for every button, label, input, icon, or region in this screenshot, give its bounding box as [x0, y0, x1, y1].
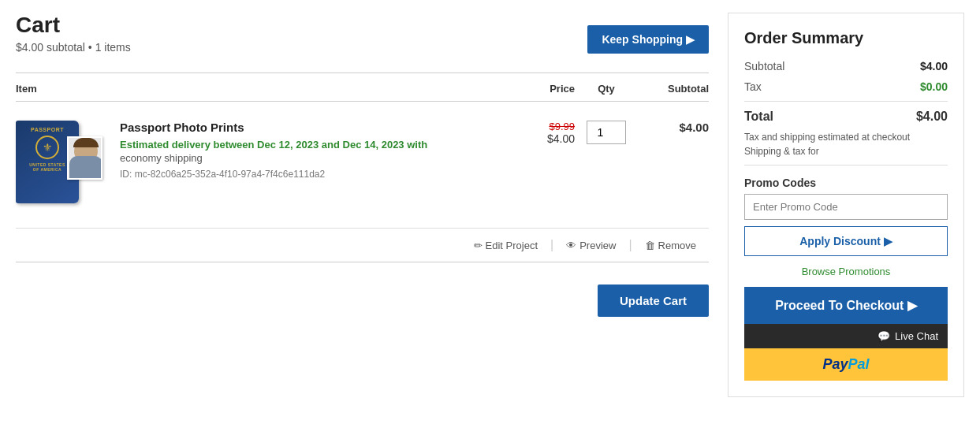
total-label: Total: [744, 110, 773, 124]
pencil-icon: ✏: [474, 240, 483, 251]
live-chat-bar[interactable]: 💬 Live Chat: [744, 324, 948, 348]
page-title: Cart: [16, 13, 131, 38]
column-header-subtotal: Subtotal: [638, 83, 709, 95]
live-chat-label: Live Chat: [895, 330, 938, 342]
item-name: Passport Photo Prints: [120, 121, 494, 134]
browse-promotions-link[interactable]: Browse Promotions: [744, 266, 948, 277]
total-row: Total $4.00: [744, 110, 948, 124]
cart-subtitle: $4.00 subtotal • 1 items: [16, 41, 131, 54]
trash-icon: 🗑: [645, 240, 655, 251]
remove-label: Remove: [658, 240, 696, 251]
total-value: $4.00: [916, 110, 948, 124]
apply-discount-button[interactable]: Apply Discount ▶: [744, 226, 948, 256]
paypal-logo: PayPal: [822, 356, 869, 372]
item-actions: ✏ Edit Project | 👁 Preview | 🗑 Remove: [16, 229, 709, 255]
tax-value: $0.00: [920, 80, 948, 93]
item-subtotal: $4.00: [638, 121, 709, 134]
remove-button[interactable]: 🗑 Remove: [632, 240, 709, 251]
item-image: PASSPORT ⚜ UNITED STATESOF AMERICA: [16, 121, 110, 215]
tax-note-2: Shipping & tax for: [744, 146, 948, 157]
edit-project-button[interactable]: ✏ Edit Project: [461, 240, 550, 251]
item-id: ID: mc-82c06a25-352a-4f10-97a4-7f4c6e111…: [120, 169, 494, 180]
passport-seal-icon: ⚜: [35, 136, 59, 159]
column-header-item: Item: [16, 83, 504, 95]
item-qty[interactable]: [575, 121, 638, 144]
eye-icon: 👁: [566, 240, 576, 251]
promo-section: Promo Codes Apply Discount ▶: [744, 177, 948, 256]
item-details: Passport Photo Prints Estimated delivery…: [110, 121, 504, 180]
order-summary-title: Order Summary: [744, 29, 948, 47]
tax-note-1: Tax and shipping estimated at checkout: [744, 132, 948, 143]
subtotal-row: Subtotal $4.00: [744, 60, 948, 73]
delivery-info: Estimated delivery between Dec 12, 2023 …: [120, 139, 494, 151]
header-divider: [16, 73, 709, 73]
subtotal-value: $4.00: [920, 60, 948, 73]
preview-label: Preview: [579, 240, 616, 251]
preview-button[interactable]: 👁 Preview: [553, 240, 628, 251]
summary-divider: [744, 101, 948, 102]
paypal-button[interactable]: PayPal: [744, 348, 948, 381]
cart-item-row: PASSPORT ⚜ UNITED STATESOF AMERICA: [16, 108, 709, 229]
promo-top-divider: [744, 165, 948, 166]
discounted-price: $4.00: [504, 132, 575, 145]
update-cart-wrap: Update Cart: [16, 272, 709, 317]
tax-row: Tax $0.00: [744, 80, 948, 93]
update-cart-button[interactable]: Update Cart: [598, 285, 709, 317]
column-header-price: Price: [504, 83, 575, 95]
shipping-method: economy shipping: [120, 152, 494, 164]
checkout-button[interactable]: Proceed To Checkout ▶: [744, 287, 948, 324]
subtotal-label: Subtotal: [744, 60, 784, 73]
column-header-qty: Qty: [575, 83, 638, 95]
quantity-input[interactable]: [587, 121, 626, 144]
order-summary-panel: Order Summary Subtotal $4.00 Tax $0.00 T…: [728, 13, 964, 397]
promo-label: Promo Codes: [744, 177, 948, 189]
edit-project-label: Edit Project: [486, 240, 538, 251]
item-bottom-divider: [16, 262, 709, 262]
keep-shopping-button[interactable]: Keep Shopping ▶: [587, 25, 709, 54]
table-header-row: Item Price Qty Subtotal: [16, 83, 709, 102]
passport-photo-icon: [67, 136, 102, 180]
original-price: $9.99: [504, 121, 575, 132]
promo-code-input[interactable]: [744, 194, 948, 220]
item-price: $9.99 $4.00: [504, 121, 575, 145]
chat-icon: 💬: [878, 330, 890, 342]
tax-label: Tax: [744, 80, 762, 93]
